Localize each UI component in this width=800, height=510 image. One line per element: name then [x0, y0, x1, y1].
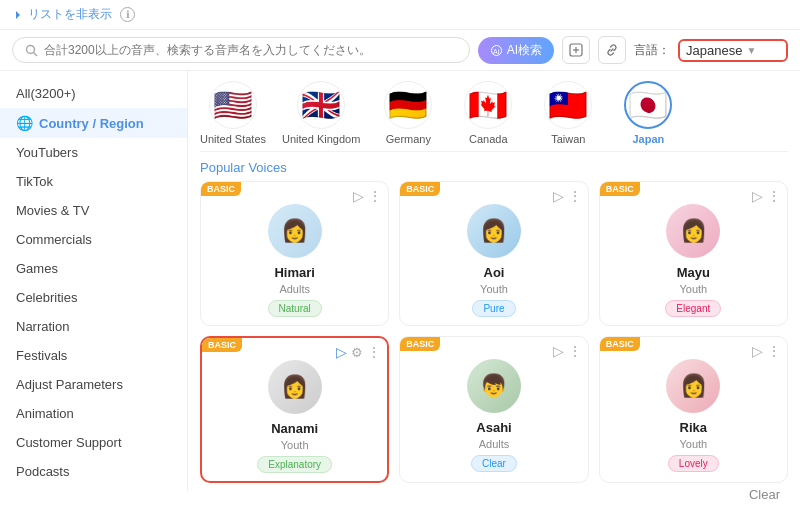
info-icon[interactable]: ℹ	[120, 7, 135, 22]
more-icon-himari[interactable]: ⋮	[368, 188, 382, 204]
more-icon-asahi[interactable]: ⋮	[568, 343, 582, 359]
flag-jp	[624, 81, 672, 129]
country-ca-label: Canada	[469, 133, 508, 145]
sidebar-item-youtubers[interactable]: YouTubers	[0, 138, 187, 167]
badge-nanami: BASIC	[202, 338, 242, 352]
play-icon-aoi[interactable]: ▷	[553, 188, 564, 204]
card-actions-nanami: ▷ ⚙ ⋮	[336, 344, 381, 360]
voice-grid: BASIC ▷ ⋮ 👩 Himari Adults Natural BASIC …	[200, 181, 788, 491]
voice-card-nanami[interactable]: BASIC ▷ ⚙ ⋮ 👩 Nanami Youth Explanatory	[200, 336, 389, 483]
chevron-right-icon	[12, 9, 24, 21]
avatar-aoi: 👩	[467, 204, 521, 258]
sidebar-item-animation[interactable]: Animation	[0, 399, 187, 428]
sidebar-item-movies[interactable]: Movies & TV	[0, 196, 187, 225]
voice-age-nanami: Youth	[281, 439, 309, 451]
voice-tag-mayu: Elegant	[665, 300, 721, 317]
play-icon-rika[interactable]: ▷	[752, 343, 763, 359]
more-icon-rika[interactable]: ⋮	[767, 343, 781, 359]
sidebar-item-all[interactable]: All(3200+)	[0, 79, 187, 108]
country-ca[interactable]: Canada	[456, 81, 520, 145]
voice-tag-nanami: Explanatory	[257, 456, 332, 473]
voice-card-aoi[interactable]: BASIC ▷ ⋮ 👩 Aoi Youth Pure	[399, 181, 588, 326]
svg-text:AI: AI	[493, 48, 500, 55]
flag-gb	[297, 81, 345, 129]
country-de[interactable]: Germany	[376, 81, 440, 145]
play-icon-mayu[interactable]: ▷	[752, 188, 763, 204]
card-actions-asahi: ▷ ⋮	[553, 343, 582, 359]
avatar-asahi: 👦	[467, 359, 521, 413]
country-row: United States United Kingdom Germany Can…	[200, 71, 788, 152]
clear-button[interactable]: Clear	[749, 487, 780, 502]
play-icon-himari[interactable]: ▷	[353, 188, 364, 204]
country-us[interactable]: United States	[200, 81, 266, 145]
lang-value: Japanese	[686, 43, 742, 58]
country-gb[interactable]: United Kingdom	[282, 81, 360, 145]
voice-age-aoi: Youth	[480, 283, 508, 295]
top-bar: リストを非表示 ℹ	[0, 0, 800, 30]
sidebar-item-podcasts[interactable]: Podcasts	[0, 457, 187, 486]
country-us-label: United States	[200, 133, 266, 145]
badge-mayu: BASIC	[600, 182, 640, 196]
sidebar-item-support[interactable]: Customer Support	[0, 428, 187, 457]
voice-card-mayu[interactable]: BASIC ▷ ⋮ 👩 Mayu Youth Elegant	[599, 181, 788, 326]
avatar-mayu: 👩	[666, 204, 720, 258]
avatar-rika: 👩	[666, 359, 720, 413]
sidebar-item-celebrities[interactable]: Celebrities	[0, 283, 187, 312]
popular-voices-title: Popular Voices	[200, 152, 788, 181]
flag-de	[384, 81, 432, 129]
sidebar-item-commercials[interactable]: Commercials	[0, 225, 187, 254]
voice-card-asahi[interactable]: BASIC ▷ ⋮ 👦 Asahi Adults Clear	[399, 336, 588, 483]
voice-card-himari[interactable]: BASIC ▷ ⋮ 👩 Himari Adults Natural	[200, 181, 389, 326]
more-icon-mayu[interactable]: ⋮	[767, 188, 781, 204]
lang-label: 言語：	[634, 42, 670, 59]
voice-name-nanami: Nanami	[271, 421, 318, 436]
svg-point-0	[27, 45, 35, 53]
card-actions-himari: ▷ ⋮	[353, 188, 382, 204]
voice-tag-rika: Lovely	[668, 455, 719, 472]
voice-tag-aoi: Pure	[472, 300, 515, 317]
country-tw[interactable]: Taiwan	[536, 81, 600, 145]
voice-card-rika[interactable]: BASIC ▷ ⋮ 👩 Rika Youth Lovely	[599, 336, 788, 483]
more-icon-nanami[interactable]: ⋮	[367, 344, 381, 360]
badge-rika: BASIC	[600, 337, 640, 351]
country-gb-label: United Kingdom	[282, 133, 360, 145]
sidebar-item-games[interactable]: Games	[0, 254, 187, 283]
voice-name-asahi: Asahi	[476, 420, 511, 435]
link-icon[interactable]	[598, 36, 626, 64]
search-input-wrap	[12, 37, 470, 63]
more-icon-aoi[interactable]: ⋮	[568, 188, 582, 204]
search-icon	[25, 44, 38, 57]
voice-name-mayu: Mayu	[677, 265, 710, 280]
ai-search-button[interactable]: AI AI検索	[478, 37, 554, 64]
voice-age-rika: Youth	[679, 438, 707, 450]
svg-line-1	[34, 52, 38, 56]
language-selector[interactable]: Japanese ▼	[678, 39, 788, 62]
play-icon-nanami[interactable]: ▷	[336, 344, 347, 360]
sidebar-item-tiktok[interactable]: TikTok	[0, 167, 187, 196]
sidebar-item-narration[interactable]: Narration	[0, 312, 187, 341]
sidebar-item-festivals[interactable]: Festivals	[0, 341, 187, 370]
play-icon-asahi[interactable]: ▷	[553, 343, 564, 359]
upload-icon[interactable]	[562, 36, 590, 64]
voice-tag-himari: Natural	[268, 300, 322, 317]
flag-ca	[464, 81, 512, 129]
chevron-down-icon: ▼	[746, 45, 780, 56]
sidebar-item-adjust[interactable]: Adjust Parameters	[0, 370, 187, 399]
badge-aoi: BASIC	[400, 182, 440, 196]
country-jp-label: Japan	[632, 133, 664, 145]
voice-age-asahi: Adults	[479, 438, 510, 450]
card-actions-mayu: ▷ ⋮	[752, 188, 781, 204]
country-jp[interactable]: Japan	[616, 81, 680, 145]
flag-us	[209, 81, 257, 129]
hide-list-btn[interactable]: リストを非表示	[12, 6, 112, 23]
voice-name-rika: Rika	[680, 420, 707, 435]
avatar-himari: 👩	[268, 204, 322, 258]
content-area: United States United Kingdom Germany Can…	[188, 71, 800, 491]
main-content: All(3200+) 🌐 Country / Region YouTubers …	[0, 71, 800, 491]
card-actions-rika: ▷ ⋮	[752, 343, 781, 359]
sidebar-item-country[interactable]: 🌐 Country / Region	[0, 108, 187, 138]
country-de-label: Germany	[386, 133, 431, 145]
search-input[interactable]	[44, 43, 457, 57]
gear-icon-nanami[interactable]: ⚙	[351, 345, 363, 360]
voice-age-himari: Adults	[279, 283, 310, 295]
